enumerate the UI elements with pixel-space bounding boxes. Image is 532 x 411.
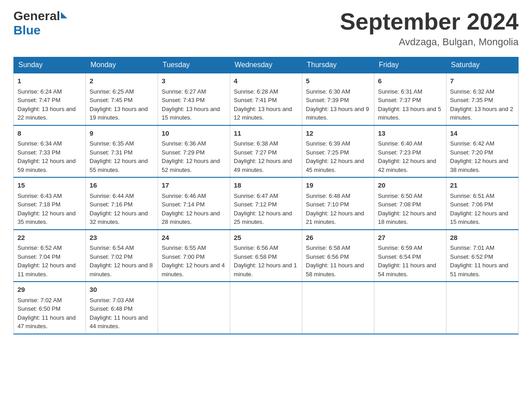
day-number: 25 xyxy=(234,233,298,243)
day-number: 17 xyxy=(162,180,226,191)
day-info: Sunrise: 6:58 AMSunset: 6:56 PMDaylight:… xyxy=(306,244,370,278)
calendar-header-wednesday: Wednesday xyxy=(230,57,302,73)
day-number: 1 xyxy=(17,76,82,86)
calendar-cell: 27Sunrise: 6:59 AMSunset: 6:54 PMDayligh… xyxy=(374,230,446,282)
day-info: Sunrise: 6:43 AMSunset: 7:18 PMDaylight:… xyxy=(17,192,82,227)
calendar-table: SundayMondayTuesdayWednesdayThursdayFrid… xyxy=(13,57,519,334)
calendar-header-friday: Friday xyxy=(374,57,446,73)
day-info: Sunrise: 6:36 AMSunset: 7:29 PMDaylight:… xyxy=(162,139,226,174)
calendar-week-row: 8Sunrise: 6:34 AMSunset: 7:33 PMDaylight… xyxy=(14,125,519,178)
calendar-cell: 1Sunrise: 6:24 AMSunset: 7:47 PMDaylight… xyxy=(14,73,86,125)
calendar-cell: 3Sunrise: 6:27 AMSunset: 7:43 PMDaylight… xyxy=(158,73,230,125)
title-block: September 2024 Avdzaga, Bulgan, Mongolia xyxy=(340,9,519,48)
calendar-header-monday: Monday xyxy=(86,57,158,73)
day-info: Sunrise: 6:48 AMSunset: 7:10 PMDaylight:… xyxy=(306,192,370,227)
calendar-cell: 11Sunrise: 6:38 AMSunset: 7:27 PMDayligh… xyxy=(230,125,302,178)
location-text: Avdzaga, Bulgan, Mongolia xyxy=(340,36,519,48)
calendar-cell xyxy=(374,282,446,334)
logo-triangle-icon xyxy=(61,12,67,18)
calendar-header-thursday: Thursday xyxy=(302,57,374,73)
day-number: 16 xyxy=(90,180,154,191)
calendar-cell: 30Sunrise: 7:03 AMSunset: 6:48 PMDayligh… xyxy=(86,282,158,334)
day-info: Sunrise: 6:44 AMSunset: 7:16 PMDaylight:… xyxy=(90,192,154,227)
calendar-cell: 23Sunrise: 6:54 AMSunset: 7:02 PMDayligh… xyxy=(86,230,158,282)
calendar-cell xyxy=(230,282,302,334)
day-number: 4 xyxy=(234,76,298,86)
day-number: 24 xyxy=(162,233,226,243)
day-info: Sunrise: 6:24 AMSunset: 7:47 PMDaylight:… xyxy=(17,87,82,122)
day-number: 2 xyxy=(90,76,154,86)
calendar-cell: 21Sunrise: 6:51 AMSunset: 7:06 PMDayligh… xyxy=(446,177,519,230)
calendar-header-saturday: Saturday xyxy=(446,57,519,73)
calendar-cell xyxy=(446,282,519,334)
calendar-week-row: 1Sunrise: 6:24 AMSunset: 7:47 PMDaylight… xyxy=(14,73,519,125)
month-title: September 2024 xyxy=(340,9,519,34)
day-info: Sunrise: 6:39 AMSunset: 7:25 PMDaylight:… xyxy=(306,139,370,174)
day-number: 3 xyxy=(162,76,226,86)
calendar-cell: 6Sunrise: 6:31 AMSunset: 7:37 PMDaylight… xyxy=(374,73,446,125)
logo: General Blue xyxy=(13,9,67,38)
calendar-cell: 5Sunrise: 6:30 AMSunset: 7:39 PMDaylight… xyxy=(302,73,374,125)
day-info: Sunrise: 6:52 AMSunset: 7:04 PMDaylight:… xyxy=(17,244,82,278)
day-info: Sunrise: 6:51 AMSunset: 7:06 PMDaylight:… xyxy=(450,192,515,227)
day-number: 27 xyxy=(378,233,442,243)
calendar-header-row: SundayMondayTuesdayWednesdayThursdayFrid… xyxy=(14,57,519,73)
logo-general-text: General xyxy=(13,9,60,23)
day-info: Sunrise: 6:27 AMSunset: 7:43 PMDaylight:… xyxy=(162,87,226,122)
day-info: Sunrise: 6:50 AMSunset: 7:08 PMDaylight:… xyxy=(378,192,442,227)
day-info: Sunrise: 6:42 AMSunset: 7:20 PMDaylight:… xyxy=(450,139,515,174)
day-info: Sunrise: 6:56 AMSunset: 6:58 PMDaylight:… xyxy=(234,244,298,278)
day-number: 7 xyxy=(450,76,515,86)
calendar-cell: 13Sunrise: 6:40 AMSunset: 7:23 PMDayligh… xyxy=(374,125,446,178)
day-info: Sunrise: 6:55 AMSunset: 7:00 PMDaylight:… xyxy=(162,244,226,278)
day-info: Sunrise: 6:28 AMSunset: 7:41 PMDaylight:… xyxy=(234,87,298,122)
calendar-cell: 12Sunrise: 6:39 AMSunset: 7:25 PMDayligh… xyxy=(302,125,374,178)
calendar-cell: 28Sunrise: 7:01 AMSunset: 6:52 PMDayligh… xyxy=(446,230,519,282)
day-number: 11 xyxy=(234,128,298,139)
day-number: 14 xyxy=(450,128,515,139)
calendar-cell xyxy=(158,282,230,334)
calendar-cell: 8Sunrise: 6:34 AMSunset: 7:33 PMDaylight… xyxy=(14,125,86,178)
day-info: Sunrise: 7:03 AMSunset: 6:48 PMDaylight:… xyxy=(90,296,154,331)
calendar-week-row: 22Sunrise: 6:52 AMSunset: 7:04 PMDayligh… xyxy=(14,230,519,282)
day-info: Sunrise: 6:38 AMSunset: 7:27 PMDaylight:… xyxy=(234,139,298,174)
calendar-week-row: 29Sunrise: 7:02 AMSunset: 6:50 PMDayligh… xyxy=(14,282,519,334)
calendar-week-row: 15Sunrise: 6:43 AMSunset: 7:18 PMDayligh… xyxy=(14,177,519,230)
calendar-cell: 15Sunrise: 6:43 AMSunset: 7:18 PMDayligh… xyxy=(14,177,86,230)
day-number: 18 xyxy=(234,180,298,191)
day-number: 28 xyxy=(450,233,515,243)
calendar-cell xyxy=(302,282,374,334)
day-number: 19 xyxy=(306,180,370,191)
day-info: Sunrise: 6:32 AMSunset: 7:35 PMDaylight:… xyxy=(450,87,515,122)
day-info: Sunrise: 6:31 AMSunset: 7:37 PMDaylight:… xyxy=(378,87,442,122)
calendar-cell: 22Sunrise: 6:52 AMSunset: 7:04 PMDayligh… xyxy=(14,230,86,282)
calendar-cell: 14Sunrise: 6:42 AMSunset: 7:20 PMDayligh… xyxy=(446,125,519,178)
day-info: Sunrise: 7:01 AMSunset: 6:52 PMDaylight:… xyxy=(450,244,515,278)
logo-blue-text: Blue xyxy=(13,23,67,38)
calendar-header-sunday: Sunday xyxy=(14,57,86,73)
day-info: Sunrise: 6:40 AMSunset: 7:23 PMDaylight:… xyxy=(378,139,442,174)
day-number: 12 xyxy=(306,128,370,139)
calendar-header-tuesday: Tuesday xyxy=(158,57,230,73)
calendar-cell: 24Sunrise: 6:55 AMSunset: 7:00 PMDayligh… xyxy=(158,230,230,282)
day-number: 30 xyxy=(90,285,154,295)
day-info: Sunrise: 6:46 AMSunset: 7:14 PMDaylight:… xyxy=(162,192,226,227)
calendar-cell: 20Sunrise: 6:50 AMSunset: 7:08 PMDayligh… xyxy=(374,177,446,230)
day-number: 8 xyxy=(17,128,82,139)
day-info: Sunrise: 6:59 AMSunset: 6:54 PMDaylight:… xyxy=(378,244,442,278)
day-number: 6 xyxy=(378,76,442,86)
day-number: 9 xyxy=(90,128,154,139)
calendar-cell: 19Sunrise: 6:48 AMSunset: 7:10 PMDayligh… xyxy=(302,177,374,230)
day-number: 5 xyxy=(306,76,370,86)
day-info: Sunrise: 6:30 AMSunset: 7:39 PMDaylight:… xyxy=(306,87,370,122)
day-number: 26 xyxy=(306,233,370,243)
calendar-cell: 18Sunrise: 6:47 AMSunset: 7:12 PMDayligh… xyxy=(230,177,302,230)
day-info: Sunrise: 6:47 AMSunset: 7:12 PMDaylight:… xyxy=(234,192,298,227)
day-number: 22 xyxy=(17,233,82,243)
calendar-cell: 2Sunrise: 6:25 AMSunset: 7:45 PMDaylight… xyxy=(86,73,158,125)
day-number: 13 xyxy=(378,128,442,139)
calendar-cell: 29Sunrise: 7:02 AMSunset: 6:50 PMDayligh… xyxy=(14,282,86,334)
calendar-cell: 4Sunrise: 6:28 AMSunset: 7:41 PMDaylight… xyxy=(230,73,302,125)
day-info: Sunrise: 7:02 AMSunset: 6:50 PMDaylight:… xyxy=(17,296,82,331)
day-number: 15 xyxy=(17,180,82,191)
